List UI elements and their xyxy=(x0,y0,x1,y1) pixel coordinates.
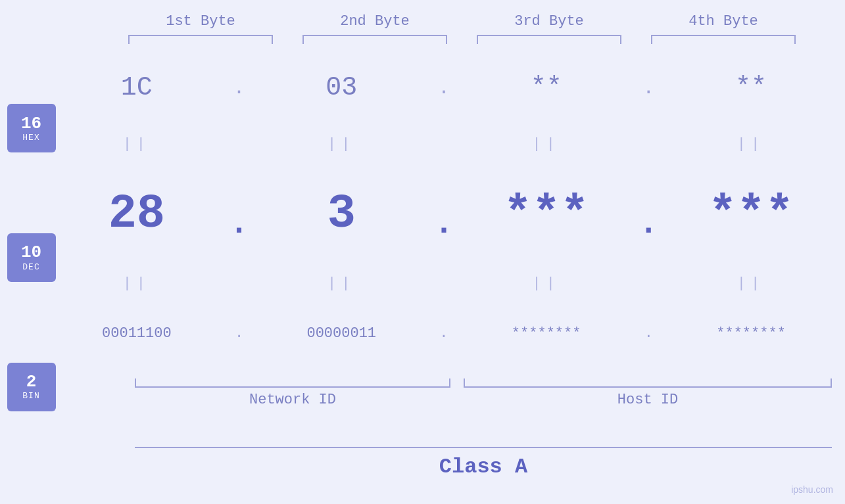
dec-badge-label: DEC xyxy=(22,262,39,272)
eq2-3: || xyxy=(474,275,619,292)
bin-val-3: ******** xyxy=(474,325,619,342)
bin-badge-label: BIN xyxy=(22,391,39,401)
dec-val-1: 28 xyxy=(64,187,209,241)
eq2-dot-2 xyxy=(431,275,457,292)
dec-val-2: 3 xyxy=(269,187,414,241)
eq-4: || xyxy=(679,136,823,152)
main-container: 1st Byte 2nd Byte 3rd Byte 4th Byte 16 H… xyxy=(0,0,845,504)
eq-dot-3 xyxy=(635,136,662,152)
hex-dot-2: . xyxy=(431,77,457,99)
dec-val-4: *** xyxy=(679,187,823,241)
bottom-labels: Network ID Host ID xyxy=(135,392,832,408)
byte-label-2: 2nd Byte xyxy=(302,13,447,30)
dec-badge: 10 DEC xyxy=(7,233,56,282)
bin-dot-1: . xyxy=(226,325,253,342)
bottom-brackets xyxy=(135,378,832,388)
byte-label-3: 3rd Byte xyxy=(477,13,621,30)
network-id-label: Network ID xyxy=(135,392,450,408)
watermark: ipshu.com xyxy=(791,484,833,495)
eq-2: || xyxy=(269,136,414,152)
bin-val-4: ******** xyxy=(679,325,823,342)
bracket-2 xyxy=(302,35,447,44)
hex-dot-1: . xyxy=(226,77,253,99)
class-bracket-line xyxy=(135,447,832,448)
equals-row-2: || || || || xyxy=(56,274,832,293)
bin-val-2: 00000011 xyxy=(269,325,414,342)
top-brackets xyxy=(114,35,811,44)
bin-data-row: 00011100 . 00000011 . ******** . *******… xyxy=(56,325,832,342)
hex-val-2: 03 xyxy=(269,73,414,103)
main-area: 16 HEX 10 DEC 2 BIN 1C . 03 . ** . ** xyxy=(0,51,845,504)
data-grid: 1C . 03 . ** . ** || || || || 28 xyxy=(56,51,845,504)
dec-dot-3: . xyxy=(635,185,662,242)
hex-dot-3: . xyxy=(635,77,662,99)
eq2-1: || xyxy=(64,275,209,292)
bin-badge: 2 BIN xyxy=(7,363,56,411)
dec-badge-num: 10 xyxy=(21,243,41,262)
equals-row-1: || || || || xyxy=(56,135,832,154)
byte-label-1: 1st Byte xyxy=(128,13,273,30)
eq2-4: || xyxy=(679,275,823,292)
class-label: Class A xyxy=(135,455,832,479)
hex-data-row: 1C . 03 . ** . ** xyxy=(56,73,832,103)
eq-1: || xyxy=(64,136,209,152)
network-bracket xyxy=(135,378,450,388)
dec-val-3: *** xyxy=(474,187,619,241)
eq2-dot-3 xyxy=(635,275,662,292)
dec-data-row: 28 . 3 . *** . *** xyxy=(56,185,832,242)
dec-dot-2: . xyxy=(431,185,457,242)
eq-3: || xyxy=(474,136,619,152)
hex-val-4: ** xyxy=(679,73,823,103)
byte-label-4: 4th Byte xyxy=(651,13,796,30)
eq2-dot-1 xyxy=(226,275,253,292)
hex-badge-label: HEX xyxy=(22,133,39,143)
eq2-2: || xyxy=(269,275,414,292)
hex-badge-num: 16 xyxy=(21,114,41,133)
eq-dot-1 xyxy=(226,136,253,152)
eq-dot-2 xyxy=(431,136,457,152)
bottom-section: Network ID Host ID xyxy=(135,378,832,408)
bracket-4 xyxy=(651,35,796,44)
badges-column: 16 HEX 10 DEC 2 BIN xyxy=(0,51,56,504)
bracket-1 xyxy=(128,35,273,44)
host-id-label: Host ID xyxy=(464,392,832,408)
dec-dot-1: . xyxy=(226,185,253,242)
bracket-3 xyxy=(477,35,621,44)
hex-val-3: ** xyxy=(474,73,619,103)
class-section: Class A xyxy=(135,447,832,479)
bin-dot-3: . xyxy=(635,325,662,342)
hex-badge: 16 HEX xyxy=(7,104,56,152)
bin-dot-2: . xyxy=(431,325,457,342)
hex-val-1: 1C xyxy=(64,73,209,103)
host-bracket xyxy=(464,378,832,388)
byte-labels-row: 1st Byte 2nd Byte 3rd Byte 4th Byte xyxy=(114,7,811,35)
bin-badge-num: 2 xyxy=(26,373,37,392)
bin-val-1: 00011100 xyxy=(64,325,209,342)
